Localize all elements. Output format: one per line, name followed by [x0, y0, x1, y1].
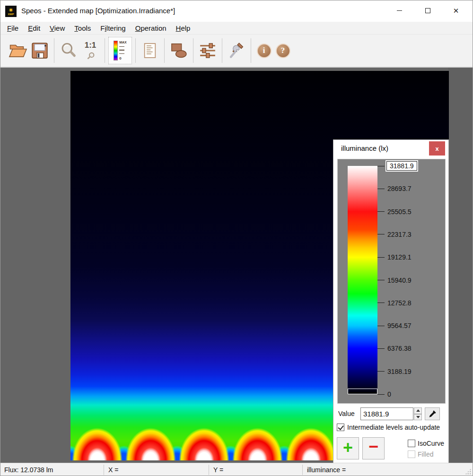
tick-mark — [377, 257, 385, 258]
tick-label: 0 — [387, 390, 391, 398]
save-file-button[interactable] — [29, 37, 51, 64]
adjust-button[interactable] — [197, 37, 219, 64]
tick-label: 28693.7 — [387, 185, 412, 192]
status-separator — [104, 465, 104, 475]
status-y: Y = — [213, 466, 223, 474]
tick-label: 25505.5 — [387, 208, 412, 216]
scale-tick-row: 6376.38 — [377, 344, 412, 353]
colorbar-gradient[interactable] — [348, 166, 377, 394]
scale-tick-row: 28693.7 — [377, 184, 412, 193]
tick-label: 9564.57 — [387, 322, 412, 329]
toolbar-separator — [222, 38, 222, 63]
tick-mark — [377, 394, 385, 395]
magnifier-icon — [60, 42, 78, 60]
status-x: X = — [108, 466, 118, 474]
tick-mark — [377, 303, 385, 303]
spinner-down-button[interactable] — [414, 414, 422, 421]
info-icon: i — [257, 43, 272, 58]
small-magnifier-icon — [85, 49, 96, 60]
scale-icon-zero-label: 0 — [119, 56, 127, 61]
tick-mark — [377, 166, 385, 166]
app-icon: ✷ XMP — [5, 6, 17, 17]
tick-label: 3188.19 — [387, 368, 412, 375]
minimize-button[interactable] — [388, 0, 410, 20]
status-bar: Flux: 12.0738 lm X = Y = illuminance = — [0, 463, 473, 476]
help-button[interactable]: ? — [273, 37, 292, 64]
toolbar-separator — [54, 38, 54, 63]
value-input[interactable] — [360, 407, 413, 420]
menu-filtering[interactable]: Filtering — [97, 23, 132, 34]
title-bar: ✷ XMP Speos - Extended map [Optimization… — [0, 0, 473, 22]
eyedropper-icon — [428, 410, 437, 418]
isocurve-checkbox[interactable] — [408, 440, 415, 447]
isocurve-row[interactable]: IsoCurve — [408, 440, 444, 447]
color-scale-button[interactable]: MAX 0 — [108, 37, 132, 64]
status-illuminance: illuminance = — [307, 466, 346, 474]
scale-panel-close-button[interactable]: x — [429, 141, 445, 156]
menu-tools[interactable]: Tools — [71, 23, 97, 34]
tick-label: 15940.9 — [387, 277, 412, 284]
tick-label[interactable]: 31881.9 — [386, 161, 417, 171]
map-view-area: illuminance (lx) x 31881.928693.725505.5… — [0, 67, 473, 463]
spinner-up-button[interactable] — [414, 407, 422, 414]
toolbar: 1:1 MAX 0 — [0, 35, 473, 67]
up-arrow-icon — [416, 409, 420, 412]
scale-tick-row: 31881.9 — [377, 161, 417, 171]
isocurve-label: IsoCurve — [418, 440, 444, 447]
status-separator — [302, 465, 303, 475]
maximize-button[interactable] — [417, 0, 438, 20]
zoom-one-to-one-button[interactable]: 1:1 — [79, 37, 101, 64]
open-file-button[interactable] — [7, 37, 29, 64]
scale-icon-max-label: MAX — [119, 41, 127, 44]
filled-checkbox — [408, 450, 415, 458]
starburst-icon: ✷ — [9, 8, 14, 13]
eyedropper-button[interactable] — [425, 407, 440, 420]
scale-tick-row: 19129.1 — [377, 252, 412, 262]
info-button[interactable]: i — [254, 37, 273, 64]
tick-mark — [377, 211, 385, 212]
maximize-icon — [425, 8, 430, 13]
tick-mark — [377, 280, 385, 280]
menu-operation[interactable]: Operation — [132, 23, 173, 34]
close-button[interactable]: ✕ — [445, 0, 467, 20]
window-resize-grip[interactable] — [465, 468, 471, 475]
app-icon-label: XMP — [8, 13, 14, 16]
status-separator — [209, 465, 209, 475]
minus-icon: − — [368, 438, 378, 455]
color-scale-box: 31881.928693.725505.522317.319129.115940… — [337, 159, 446, 404]
toolbar-separator — [135, 38, 136, 63]
zoom-button[interactable] — [58, 37, 79, 64]
measures-button[interactable] — [168, 37, 190, 64]
auto-update-row[interactable]: Intermediate levels auto-update — [337, 424, 440, 431]
remove-level-button[interactable]: − — [362, 437, 385, 459]
menu-edit[interactable]: Edit — [25, 23, 47, 34]
minimize-icon — [397, 10, 402, 11]
value-label: Value — [338, 410, 355, 417]
toolbar-separator — [105, 38, 105, 63]
status-flux: Flux: 12.0738 lm — [4, 466, 53, 474]
tick-label: 22317.3 — [387, 231, 412, 238]
menu-file[interactable]: File — [4, 23, 25, 34]
scale-tick-row: 15940.9 — [377, 276, 412, 285]
scale-tick-row: 22317.3 — [377, 230, 412, 239]
tick-label: 12752.8 — [387, 299, 412, 307]
report-button[interactable] — [139, 37, 161, 64]
value-spinner — [414, 407, 422, 420]
menu-view[interactable]: View — [47, 23, 71, 34]
settings-tools-button[interactable] — [226, 37, 247, 64]
speos-window: ✷ XMP Speos - Extended map [Optimization… — [0, 0, 473, 476]
auto-update-label: Intermediate levels auto-update — [347, 424, 440, 431]
toolbar-separator — [193, 38, 193, 63]
scale-panel: illuminance (lx) x 31881.928693.725505.5… — [333, 139, 449, 476]
scale-tick-row: 25505.5 — [377, 207, 412, 216]
toolbar-separator — [251, 38, 251, 63]
tick-label: 6376.38 — [387, 345, 412, 352]
menu-help[interactable]: Help — [173, 23, 197, 34]
scale-panel-title: illuminance (lx) — [341, 144, 388, 152]
add-level-button[interactable]: + — [337, 437, 359, 459]
value-row: Value — [333, 407, 448, 421]
close-icon: ✕ — [453, 7, 459, 14]
auto-update-checkbox[interactable] — [337, 424, 344, 431]
scale-tick-row: 0 — [377, 389, 391, 399]
down-arrow-icon — [416, 416, 420, 418]
